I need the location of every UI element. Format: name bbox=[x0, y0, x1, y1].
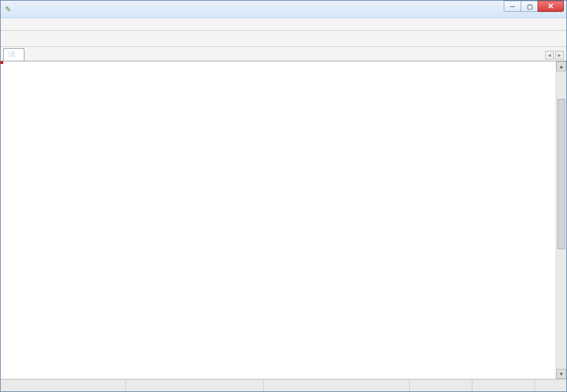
titlebar[interactable]: ✎ ─ ▢ ✕ bbox=[1, 1, 566, 18]
text-editor[interactable] bbox=[1, 61, 556, 379]
close-button[interactable]: ✕ bbox=[538, 1, 564, 12]
minimize-button[interactable]: ─ bbox=[504, 1, 521, 12]
scroll-thumb[interactable] bbox=[558, 99, 565, 249]
toolbar bbox=[1, 31, 566, 47]
status-overwrite bbox=[535, 379, 566, 391]
scroll-down-button[interactable]: ▼ bbox=[556, 369, 566, 379]
vertical-scrollbar[interactable]: ▲ ▼ bbox=[556, 61, 566, 379]
status-position bbox=[264, 379, 410, 391]
editor-area: ▲ ▼ bbox=[1, 61, 566, 379]
tab-dbaccess-ini[interactable]: 📄 bbox=[3, 48, 24, 61]
window-controls: ─ ▢ ✕ bbox=[504, 1, 564, 12]
tab-scroll-arrows: ◄ ► bbox=[545, 51, 564, 59]
tab-scroll-right[interactable]: ► bbox=[555, 51, 564, 59]
scroll-up-button[interactable]: ▲ bbox=[556, 61, 566, 71]
app-window: ✎ ─ ▢ ✕ 📄 ◄ ► ▲ ▼ bbox=[0, 0, 567, 392]
status-language bbox=[1, 379, 126, 391]
file-icon: 📄 bbox=[8, 51, 15, 58]
highlight-annotation bbox=[1, 61, 3, 64]
maximize-button[interactable]: ▢ bbox=[521, 1, 538, 12]
status-encoding bbox=[472, 379, 535, 391]
app-icon: ✎ bbox=[3, 4, 13, 14]
statusbar bbox=[1, 379, 566, 391]
status-length bbox=[126, 379, 264, 391]
tab-scroll-left[interactable]: ◄ bbox=[545, 51, 554, 59]
status-eol bbox=[410, 379, 472, 391]
tabbar: 📄 ◄ ► bbox=[1, 47, 566, 61]
menubar bbox=[1, 18, 566, 31]
